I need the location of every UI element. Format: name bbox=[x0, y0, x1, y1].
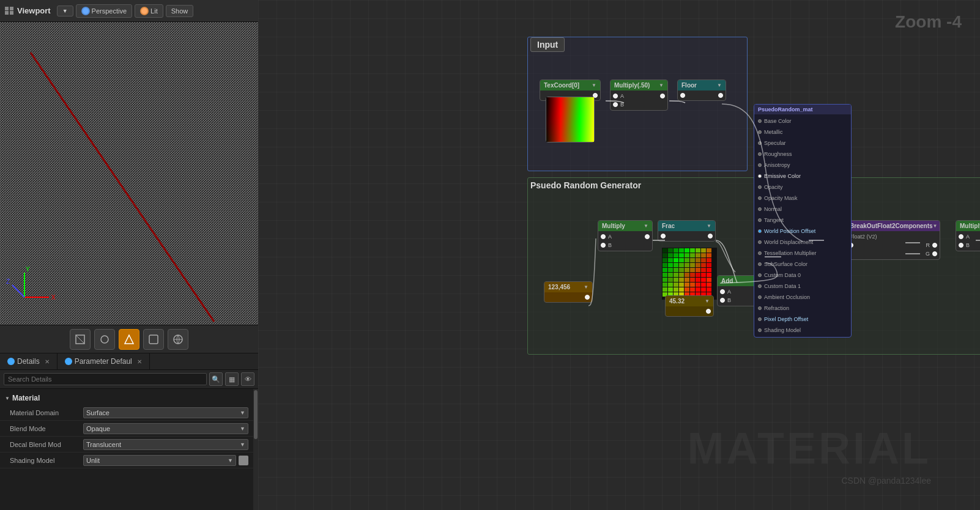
svg-rect-54 bbox=[685, 268, 689, 272]
svg-rect-28 bbox=[690, 253, 695, 257]
node-result[interactable]: PsuedoRandom_mat Base Color Metallic Spe… bbox=[754, 104, 852, 338]
svg-rect-48 bbox=[701, 263, 706, 267]
shape-btn-1[interactable] bbox=[70, 329, 91, 350]
svg-rect-60 bbox=[668, 273, 673, 277]
node-editor[interactable]: Zoom -4 Input Psuedo Random Generator Te… bbox=[258, 0, 980, 510]
svg-rect-90 bbox=[685, 287, 689, 292]
node-expand-btn[interactable]: ▼ bbox=[592, 83, 596, 88]
search-input[interactable] bbox=[4, 373, 207, 385]
svg-rect-19 bbox=[690, 248, 695, 253]
svg-rect-91 bbox=[690, 287, 695, 292]
watermark: MATERIAL bbox=[687, 423, 931, 473]
svg-rect-26 bbox=[679, 253, 684, 257]
dropdown-button[interactable]: ▼ bbox=[57, 6, 73, 17]
shape-btn-4[interactable] bbox=[143, 329, 164, 350]
svg-rect-66 bbox=[701, 273, 706, 277]
floor-out bbox=[718, 93, 723, 98]
svg-rect-24 bbox=[668, 253, 673, 257]
svg-rect-53 bbox=[679, 268, 684, 272]
svg-rect-17 bbox=[679, 248, 684, 253]
svg-rect-18 bbox=[685, 248, 689, 253]
svg-rect-30 bbox=[701, 253, 706, 257]
node-const-123456[interactable]: 123,456 ▼ bbox=[544, 281, 593, 303]
svg-rect-73 bbox=[690, 278, 695, 282]
svg-line-8 bbox=[76, 335, 84, 344]
svg-rect-35 bbox=[679, 258, 684, 262]
details-close[interactable]: ✕ bbox=[45, 358, 50, 365]
prg-label: Psuedo Random Generator bbox=[530, 180, 641, 190]
zoom-label: Zoom -4 bbox=[895, 12, 962, 32]
svg-rect-84 bbox=[701, 283, 706, 287]
svg-line-3 bbox=[12, 285, 24, 297]
svg-point-9 bbox=[101, 336, 108, 343]
svg-rect-80 bbox=[679, 283, 684, 287]
svg-rect-51 bbox=[668, 268, 673, 272]
svg-rect-75 bbox=[701, 278, 706, 282]
perspective-button[interactable]: Perspective bbox=[76, 4, 132, 18]
input-label-btn[interactable]: Input bbox=[530, 37, 565, 52]
svg-rect-58 bbox=[707, 268, 711, 272]
node-colorswatch bbox=[546, 97, 595, 142]
shading-model-action[interactable] bbox=[239, 456, 248, 465]
grid-view-button[interactable]: ▦ bbox=[225, 372, 239, 386]
svg-rect-49 bbox=[707, 263, 711, 267]
shading-model-select[interactable]: Unlit ▼ bbox=[83, 455, 236, 466]
svg-rect-40 bbox=[707, 258, 711, 262]
svg-rect-62 bbox=[679, 273, 684, 277]
svg-rect-41 bbox=[663, 263, 667, 267]
svg-rect-63 bbox=[685, 273, 689, 277]
material-domain-select[interactable]: Surface ▼ bbox=[83, 407, 248, 418]
svg-rect-23 bbox=[663, 253, 667, 257]
node-floor[interactable]: Floor ▼ bbox=[677, 79, 726, 101]
decal-blend-mod-select[interactable]: Translucent ▼ bbox=[83, 439, 248, 450]
scrollbar[interactable] bbox=[253, 389, 258, 510]
svg-rect-78 bbox=[668, 283, 673, 287]
svg-rect-52 bbox=[674, 268, 678, 272]
node-multiply2-prg[interactable]: Multiply ▼ A B bbox=[956, 220, 980, 251]
node-frac-prg[interactable]: Frac ▼ bbox=[658, 220, 716, 242]
svg-rect-43 bbox=[674, 263, 678, 267]
svg-rect-22 bbox=[707, 248, 711, 253]
blend-mode-select[interactable]: Opaque ▼ bbox=[83, 423, 248, 434]
svg-rect-70 bbox=[674, 278, 678, 282]
pin-in-b bbox=[613, 102, 618, 107]
svg-rect-36 bbox=[685, 258, 689, 262]
eye-button[interactable]: 👁 bbox=[241, 372, 254, 386]
svg-rect-57 bbox=[701, 268, 706, 272]
svg-rect-42 bbox=[668, 263, 673, 267]
svg-rect-39 bbox=[701, 258, 706, 262]
svg-rect-88 bbox=[674, 287, 678, 292]
prop-material-domain: Material Domain Surface ▼ bbox=[0, 405, 253, 421]
material-section-header: Material bbox=[0, 391, 253, 405]
svg-rect-67 bbox=[707, 273, 711, 277]
svg-rect-68 bbox=[663, 278, 667, 282]
svg-rect-46 bbox=[690, 263, 695, 267]
shape-btn-3[interactable] bbox=[119, 329, 139, 350]
search-button[interactable]: 🔍 bbox=[209, 372, 223, 386]
node-multiply-inp[interactable]: Multiply(.50) ▼ A B bbox=[610, 79, 668, 111]
show-button[interactable]: Show bbox=[166, 5, 194, 17]
param-default-close[interactable]: ✕ bbox=[137, 358, 142, 365]
tab-param-default[interactable]: Parameter Defaul ✕ bbox=[58, 353, 150, 369]
details-search-bar: 🔍 ▦ 👁 bbox=[0, 370, 258, 389]
watermark-sub: CSDN @panda1234lee bbox=[841, 476, 931, 486]
tab-details[interactable]: Details ✕ bbox=[0, 353, 58, 369]
details-tabs: Details ✕ Parameter Defaul ✕ bbox=[0, 353, 258, 370]
svg-rect-74 bbox=[696, 278, 700, 282]
svg-rect-29 bbox=[696, 253, 700, 257]
svg-rect-85 bbox=[707, 283, 711, 287]
svg-rect-93 bbox=[701, 287, 706, 292]
lit-button[interactable]: Lit bbox=[135, 4, 163, 18]
shape-btn-5[interactable] bbox=[168, 329, 188, 350]
shape-btn-2[interactable] bbox=[94, 329, 115, 350]
node-breakout[interactable]: BreakOutFloat2Components ▼ Float2 (V2) R… bbox=[845, 220, 940, 260]
color-grid-visualization bbox=[662, 248, 717, 300]
viewport-toolbar: ▼ Perspective Lit Show bbox=[57, 4, 194, 18]
svg-rect-34 bbox=[674, 258, 678, 262]
node-multiply-prg[interactable]: Multiply ▼ A B bbox=[598, 220, 653, 251]
svg-rect-45 bbox=[685, 263, 689, 267]
details-panel: Details ✕ Parameter Defaul ✕ 🔍 ▦ 👁 Ma bbox=[0, 353, 258, 510]
viewport-bottom-toolbar bbox=[0, 325, 258, 353]
svg-rect-55 bbox=[690, 268, 695, 272]
node-const-4532[interactable]: 45.32 ▼ bbox=[665, 295, 714, 317]
